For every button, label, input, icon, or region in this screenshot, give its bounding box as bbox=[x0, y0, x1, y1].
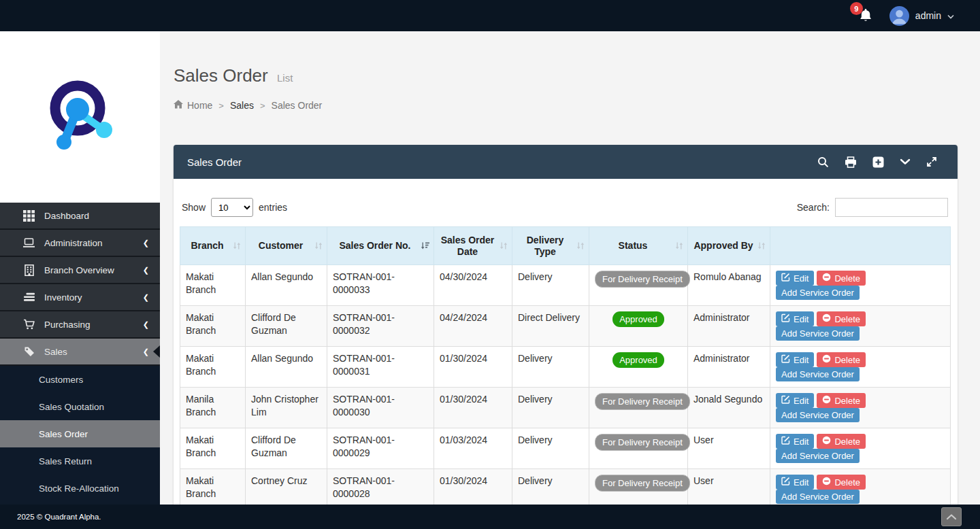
inventory-icon bbox=[22, 292, 35, 302]
panel-body: Show 10 entries Search: BranchCustomerSa… bbox=[174, 179, 958, 529]
order-date-cell: 01/30/2024 bbox=[434, 388, 512, 428]
edit-button[interactable]: Edit bbox=[776, 352, 814, 367]
chevron-left-icon: ❮ bbox=[143, 266, 149, 275]
column-header-sales-order-date[interactable]: Sales Order Date bbox=[434, 227, 512, 265]
approved-by-cell: User bbox=[688, 428, 770, 469]
edit-icon bbox=[781, 273, 790, 284]
add-service-order-button[interactable]: Add Service Order bbox=[776, 449, 860, 463]
print-icon[interactable] bbox=[845, 156, 857, 168]
breadcrumb-item-sales[interactable]: Sales bbox=[230, 100, 254, 111]
sidebar-subitem-label: Sales Quotation bbox=[39, 402, 104, 412]
delete-button[interactable]: Delete bbox=[817, 475, 866, 490]
order-no-cell: SOTRAN-001- 0000028 bbox=[327, 469, 434, 510]
show-label: Show bbox=[182, 202, 206, 213]
customer-cell: Cortney Cruz bbox=[246, 469, 327, 510]
panel-toolbar bbox=[817, 156, 937, 168]
edit-button[interactable]: Edit bbox=[776, 434, 814, 449]
sort-icon bbox=[497, 241, 508, 250]
status-badge: Approved bbox=[612, 311, 664, 327]
breadcrumb-item-home[interactable]: Home bbox=[174, 100, 212, 111]
edit-button[interactable]: Edit bbox=[776, 393, 814, 408]
laptop-icon bbox=[22, 237, 35, 248]
branch-cell: Makati Branch bbox=[180, 306, 246, 347]
sidebar-subitem-customers[interactable]: Customers bbox=[0, 366, 160, 393]
sidebar-subitem-stock-re-allocation[interactable]: Stock Re-Allocation bbox=[0, 475, 160, 502]
status-cell: For Delivery Receipt bbox=[589, 428, 688, 469]
page-length-select[interactable]: 10 bbox=[211, 198, 253, 217]
add-service-order-button[interactable]: Add Service Order bbox=[776, 490, 860, 504]
edit-button[interactable]: Edit bbox=[776, 271, 814, 286]
branch-cell: Makati Branch bbox=[180, 265, 246, 306]
sidebar-item-administration[interactable]: Administration❮ bbox=[0, 230, 160, 257]
avatar bbox=[889, 6, 909, 26]
status-cell: Approved bbox=[589, 347, 688, 388]
sidebar-subitem-sales-order[interactable]: Sales Order bbox=[0, 420, 160, 447]
sidebar-item-inventory[interactable]: Inventory❮ bbox=[0, 284, 160, 311]
sidebar-menu: DashboardAdministration❮Branch Overview❮… bbox=[0, 203, 160, 366]
add-service-order-button[interactable]: Add Service Order bbox=[776, 326, 860, 341]
add-service-order-button[interactable]: Add Service Order bbox=[776, 408, 860, 422]
minus-circle-icon bbox=[822, 395, 831, 406]
status-badge: For Delivery Receipt bbox=[595, 393, 690, 410]
order-no-cell: SOTRAN-001- 0000033 bbox=[327, 265, 434, 306]
column-header-customer[interactable]: Customer bbox=[246, 227, 327, 265]
search-icon[interactable] bbox=[817, 156, 829, 168]
edit-button[interactable]: Edit bbox=[776, 311, 814, 326]
branch-cell: Makati Branch bbox=[180, 428, 246, 469]
tag-icon bbox=[22, 346, 35, 357]
order-date-cell: 01/30/2024 bbox=[434, 347, 512, 388]
sidebar-item-purchasing[interactable]: Purchasing❮ bbox=[0, 311, 160, 339]
plus-icon[interactable] bbox=[872, 156, 884, 168]
delete-button[interactable]: Delete bbox=[817, 434, 866, 449]
customer-cell: Clifford De Guzman bbox=[246, 428, 327, 469]
add-service-order-button[interactable]: Add Service Order bbox=[776, 367, 860, 381]
topbar: 9 admin bbox=[0, 0, 980, 31]
sidebar-item-sales[interactable]: Sales❮ bbox=[0, 339, 160, 366]
user-menu[interactable]: admin bbox=[889, 6, 954, 26]
table-row: Makati BranchAllan SegundoSOTRAN-001- 00… bbox=[180, 265, 951, 306]
actions-cell: EditDeleteAdd Service Order bbox=[770, 428, 951, 469]
column-header-approved-by[interactable]: Approved By bbox=[688, 227, 770, 265]
sidebar-subitem-sales-return[interactable]: Sales Return bbox=[0, 447, 160, 475]
table-row: Makati BranchAllan SegundoSOTRAN-001- 00… bbox=[180, 347, 951, 388]
notification-badge: 9 bbox=[850, 2, 863, 15]
add-service-order-button[interactable]: Add Service Order bbox=[776, 286, 860, 300]
order-no-cell: SOTRAN-001- 0000030 bbox=[327, 388, 434, 428]
delete-button[interactable]: Delete bbox=[817, 393, 866, 408]
edit-icon bbox=[781, 477, 790, 488]
delete-button[interactable]: Delete bbox=[817, 271, 866, 286]
edit-button[interactable]: Edit bbox=[776, 475, 814, 490]
search-input[interactable] bbox=[835, 198, 948, 217]
expand-icon[interactable] bbox=[926, 156, 937, 167]
order-date-cell: 01/03/2024 bbox=[434, 428, 512, 469]
column-header-delivery-type[interactable]: Delivery Type bbox=[512, 227, 589, 265]
quadrant-alpha-logo bbox=[0, 31, 160, 203]
scroll-top-button[interactable] bbox=[941, 507, 962, 526]
sidebar-item-dashboard[interactable]: Dashboard bbox=[0, 203, 160, 230]
customer-cell: Clifford De Guzman bbox=[246, 306, 327, 347]
breadcrumb-separator: > bbox=[218, 101, 224, 111]
status-cell: For Delivery Receipt bbox=[589, 469, 688, 510]
notifications-button[interactable]: 9 bbox=[858, 7, 875, 24]
customer-cell: Allan Segundo bbox=[246, 347, 327, 388]
sidebar-subitem-sales-quotation[interactable]: Sales Quotation bbox=[0, 393, 160, 420]
column-header-sales-order-no[interactable]: Sales Order No. bbox=[327, 227, 434, 265]
delete-button[interactable]: Delete bbox=[817, 352, 866, 367]
footer: 2025 © Quadrant Alpha. bbox=[0, 505, 980, 529]
collapse-icon[interactable] bbox=[900, 158, 911, 165]
approved-by-cell: User bbox=[688, 469, 770, 510]
customer-cell: Allan Segundo bbox=[246, 265, 327, 306]
minus-circle-icon bbox=[822, 436, 831, 447]
sidebar-item-branch-overview[interactable]: Branch Overview❮ bbox=[0, 257, 160, 284]
status-cell: For Delivery Receipt bbox=[589, 265, 688, 306]
delivery-type-cell: Direct Delivery bbox=[512, 306, 589, 347]
delete-button[interactable]: Delete bbox=[817, 311, 866, 326]
sidebar-subitem-label: Sales Order bbox=[39, 429, 88, 439]
column-header-status[interactable]: Status bbox=[589, 227, 688, 265]
column-header-label: Customer bbox=[249, 240, 312, 252]
sort-icon bbox=[574, 241, 585, 250]
panel-title: Sales Order bbox=[187, 156, 242, 168]
column-header-branch[interactable]: Branch bbox=[180, 227, 246, 265]
search-control: Search: bbox=[797, 198, 948, 217]
branch-cell: Manila Branch bbox=[180, 388, 246, 428]
